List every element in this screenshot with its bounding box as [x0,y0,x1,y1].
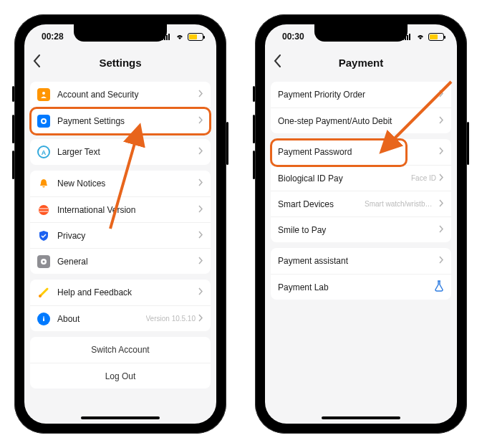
row-value: Smart watch/wristband/card,a... [365,200,436,208]
row-payment-password[interactable]: Payment Password [271,139,451,165]
payment-group-other: Payment assistant Payment Lab [271,248,451,300]
row-switch-account[interactable]: Switch Account [30,337,211,363]
svg-text:A: A [42,149,47,156]
chevron-right-icon [439,147,444,157]
svg-point-11 [43,260,45,262]
payment-group-auth: Payment Password Biological ID Pay Face … [271,139,451,242]
page-title: Payment [339,57,384,69]
status-time: 00:28 [42,32,64,42]
row-larger-text[interactable]: A Larger Text [30,139,211,165]
status-indicators [162,33,203,41]
row-label: Payment Priority Order [278,90,439,100]
row-label: General [57,257,198,267]
chevron-right-icon [198,314,203,324]
row-label: Payment Settings [57,116,198,126]
svg-point-13 [43,316,44,318]
row-account-security[interactable]: Account and Security [30,82,211,108]
svg-point-4 [42,92,45,95]
row-new-notices[interactable]: New Notices [30,171,211,196]
help-icon [37,286,50,299]
row-biological-id[interactable]: Biological ID Pay Face ID [271,165,451,191]
chevron-right-icon [198,147,203,157]
notch [74,24,167,42]
svg-rect-2 [166,35,168,40]
phone-mockup-settings: 00:28 Settings Account and Security [14,14,226,434]
row-label: New Notices [57,178,198,189]
chevron-right-icon [439,256,444,266]
row-label: Larger Text [57,147,198,157]
row-label: Account and Security [57,90,198,100]
row-label: Payment Lab [278,282,434,292]
account-icon [37,88,50,101]
svg-rect-14 [43,318,44,321]
row-payment-assistant[interactable]: Payment assistant [271,248,451,274]
nav-bar: Payment [265,49,457,76]
chevron-right-icon [198,287,203,297]
row-log-out[interactable]: Log Out [30,363,211,389]
home-indicator [322,416,400,419]
svg-point-9 [39,205,49,215]
row-payment-lab[interactable]: Payment Lab [271,274,451,300]
chevron-right-icon [198,257,203,267]
row-privacy[interactable]: Privacy [30,222,211,248]
row-label: Log Out [105,371,136,381]
svg-point-12 [39,295,42,297]
row-international[interactable]: International Version [30,196,211,222]
svg-rect-3 [168,34,170,40]
row-label: Payment Password [278,147,439,157]
payment-group-priority: Payment Priority Order One-step Payment/… [271,82,451,133]
row-value: Version 10.5.10 [146,315,196,323]
row-help-feedback[interactable]: Help and Feedback [30,280,211,305]
chevron-right-icon [439,173,444,184]
chevron-right-icon [439,90,444,100]
settings-group-prefs: New Notices International Version Privac… [30,171,211,274]
row-label: About [57,314,146,324]
row-smile-to-pay[interactable]: Smile to Pay [271,216,451,242]
row-about[interactable]: About Version 10.5.10 [30,305,211,331]
battery-icon [428,33,444,41]
content: Payment Priority Order One-step Payment/… [265,82,457,307]
screen-payment: 00:30 Payment Payment Priority Order One… [265,24,457,424]
bell-icon [37,177,50,190]
settings-group-help: Help and Feedback About Version 10.5.10 [30,280,211,331]
chevron-right-icon [198,116,203,126]
chevron-right-icon [198,90,203,100]
status-time: 00:30 [282,32,304,42]
payment-icon [37,115,50,128]
info-icon [37,313,50,325]
svg-rect-18 [407,35,408,40]
row-label: Switch Account [91,345,149,355]
page-title: Settings [99,57,141,69]
chevron-right-icon [198,178,203,189]
row-value: Face ID [411,174,436,182]
chevron-right-icon [439,225,444,235]
settings-group-text: A Larger Text [30,139,211,165]
screen-settings: 00:28 Settings Account and Security [24,24,216,424]
globe-icon [37,204,50,216]
row-label: Smile to Pay [278,225,439,235]
settings-group-account-actions: Switch Account Log Out [30,337,211,389]
back-button[interactable] [274,54,281,70]
row-label: Help and Feedback [57,287,198,297]
row-onestep-payment[interactable]: One-step Payment/Auto Debit [271,108,451,133]
status-indicators [403,33,444,41]
row-label: Biological ID Pay [278,173,411,184]
notch [314,24,408,42]
content: Account and Security Payment Settings A … [24,82,216,396]
back-button[interactable] [33,54,41,70]
chevron-right-icon [439,116,444,126]
flask-icon [434,280,444,294]
chevron-right-icon [198,231,203,241]
row-general[interactable]: General [30,248,211,274]
home-indicator [81,416,160,419]
svg-rect-19 [409,34,410,40]
svg-point-6 [42,120,45,123]
battery-icon [188,33,203,41]
row-smart-devices[interactable]: Smart Devices Smart watch/wristband/card… [271,191,451,216]
wifi-icon [175,33,185,40]
shield-icon [37,229,50,242]
row-payment-settings[interactable]: Payment Settings [30,108,211,133]
settings-group-account: Account and Security Payment Settings [30,82,211,133]
row-priority-order[interactable]: Payment Priority Order [271,82,451,108]
text-size-icon: A [37,146,50,158]
